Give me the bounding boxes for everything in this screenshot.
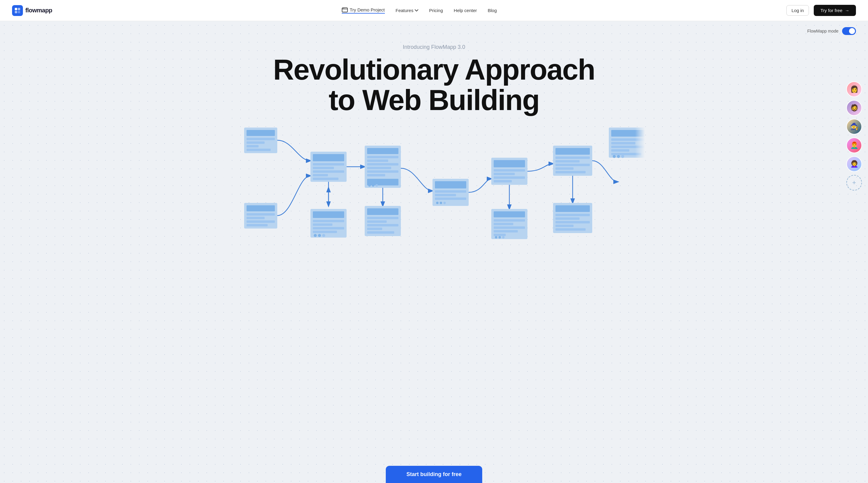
- svg-rect-71: [494, 219, 525, 221]
- diagram-svg: [223, 110, 645, 254]
- svg-rect-22: [313, 163, 344, 165]
- add-member-button[interactable]: +: [846, 175, 862, 190]
- avatars-sidebar: 👩 🧔 🧙 👨‍🦰 👩‍🦱 +: [846, 82, 862, 190]
- svg-rect-38: [367, 156, 398, 158]
- toggle-knob: [849, 28, 855, 34]
- nav-item-blog[interactable]: Blog: [488, 8, 497, 13]
- svg-rect-29: [313, 220, 344, 222]
- navbar: flowmapp Try Demo Project Features Prici…: [0, 0, 868, 21]
- svg-rect-52: [367, 224, 398, 227]
- svg-rect-89: [555, 217, 580, 220]
- svg-point-34: [318, 234, 321, 237]
- svg-rect-54: [367, 231, 394, 234]
- svg-point-45: [368, 184, 371, 187]
- svg-rect-21: [313, 154, 344, 161]
- login-button[interactable]: Log in: [786, 5, 809, 16]
- svg-rect-56: [435, 181, 466, 188]
- chevron-down-icon: [415, 9, 418, 12]
- avatar-4[interactable]: 👨‍🦰: [846, 138, 862, 153]
- avatar-2[interactable]: 🧔: [846, 100, 862, 116]
- logo-text: flowmapp: [25, 7, 52, 14]
- nav-item-features[interactable]: Features: [396, 8, 418, 13]
- svg-rect-49: [367, 208, 398, 215]
- svg-rect-1: [18, 8, 20, 10]
- hero-title: Revolutionary Approach to Web Building: [273, 55, 595, 116]
- svg-rect-70: [494, 211, 525, 217]
- svg-rect-23: [313, 167, 334, 169]
- svg-rect-43: [367, 174, 385, 176]
- nav-item-try-demo[interactable]: Try Demo Project: [342, 7, 384, 13]
- svg-point-62: [443, 202, 446, 204]
- svg-rect-31: [313, 227, 344, 230]
- logo-icon: [12, 5, 23, 16]
- svg-rect-59: [435, 198, 466, 200]
- flowmapp-mode-toggle[interactable]: [842, 27, 856, 35]
- svg-rect-68: [494, 180, 512, 182]
- mode-bar: FlowMapp mode: [0, 21, 868, 35]
- svg-rect-44: [367, 179, 398, 185]
- svg-rect-92: [555, 228, 586, 231]
- svg-rect-74: [494, 230, 518, 233]
- svg-point-6: [343, 8, 344, 9]
- svg-rect-73: [494, 227, 525, 229]
- svg-rect-39: [367, 159, 388, 162]
- demo-icon: [342, 7, 348, 12]
- hero-content: Introducing FlowMapp 3.0 Revolutionary A…: [267, 35, 601, 116]
- avatar-1[interactable]: 👩: [846, 82, 862, 97]
- svg-rect-81: [555, 156, 590, 159]
- svg-rect-66: [494, 173, 515, 175]
- navbar-center: Try Demo Project Features Pricing Help c…: [342, 7, 497, 13]
- svg-rect-41: [367, 167, 391, 169]
- svg-rect-104: [612, 110, 645, 254]
- svg-rect-58: [435, 194, 456, 196]
- svg-rect-37: [367, 148, 398, 154]
- svg-point-77: [498, 236, 501, 239]
- navbar-left: flowmapp: [12, 5, 52, 16]
- svg-rect-91: [555, 224, 574, 227]
- svg-rect-42: [367, 170, 398, 173]
- svg-rect-51: [367, 220, 387, 223]
- avatar-5[interactable]: 👩‍🦱: [846, 156, 862, 172]
- svg-point-35: [322, 234, 325, 237]
- svg-rect-80: [555, 148, 590, 155]
- svg-rect-53: [367, 228, 382, 230]
- svg-rect-40: [367, 163, 398, 165]
- svg-rect-2: [15, 11, 17, 13]
- svg-point-47: [375, 184, 378, 187]
- svg-rect-25: [313, 174, 328, 176]
- nav-item-pricing[interactable]: Pricing: [429, 8, 443, 13]
- svg-rect-32: [313, 231, 337, 233]
- svg-rect-64: [494, 160, 525, 167]
- svg-rect-0: [15, 8, 17, 10]
- start-building-button[interactable]: Start building for free: [386, 466, 482, 483]
- svg-rect-57: [435, 190, 466, 193]
- svg-rect-84: [555, 167, 574, 170]
- mode-label: FlowMapp mode: [807, 29, 839, 33]
- svg-rect-3: [18, 11, 20, 13]
- svg-rect-85: [555, 171, 586, 173]
- svg-rect-67: [494, 176, 525, 179]
- svg-rect-28: [313, 211, 344, 218]
- try-free-button[interactable]: Try for free →: [814, 5, 856, 16]
- svg-rect-65: [494, 169, 525, 172]
- svg-rect-26: [313, 178, 338, 180]
- svg-point-33: [314, 234, 317, 237]
- svg-rect-24: [313, 170, 344, 173]
- navbar-right: Log in Try for free →: [786, 5, 856, 16]
- svg-rect-90: [555, 221, 590, 223]
- svg-point-61: [440, 202, 442, 204]
- svg-point-76: [495, 236, 497, 239]
- svg-rect-72: [494, 223, 513, 225]
- svg-rect-82: [555, 160, 580, 162]
- avatar-3[interactable]: 🧙: [846, 119, 862, 134]
- nav-item-help-center[interactable]: Help center: [454, 8, 477, 13]
- svg-point-7: [344, 8, 344, 9]
- flowmap-diagram: [223, 110, 645, 254]
- svg-rect-88: [555, 214, 590, 216]
- svg-rect-75: [494, 234, 506, 236]
- svg-rect-87: [555, 205, 590, 212]
- svg-rect-103: [223, 110, 256, 254]
- svg-rect-83: [555, 164, 590, 166]
- hero-section: FlowMapp mode Introducing FlowMapp 3.0 R…: [0, 21, 868, 483]
- svg-point-78: [502, 236, 504, 239]
